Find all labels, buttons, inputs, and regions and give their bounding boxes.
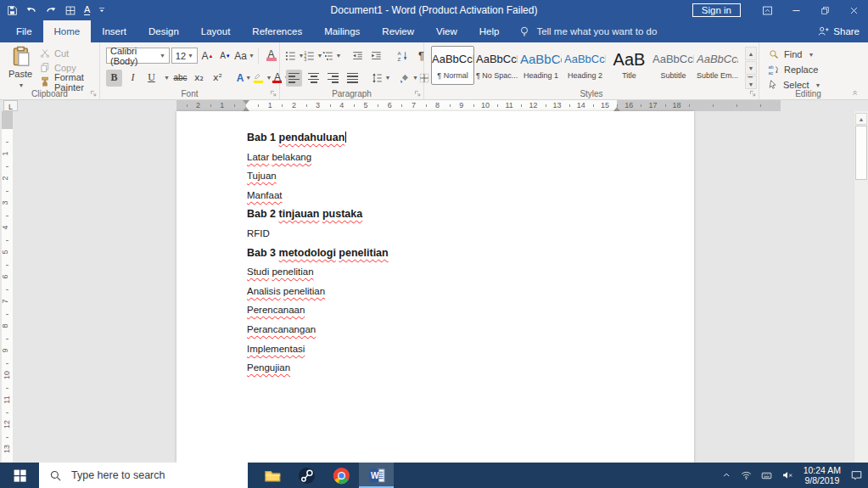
style-subtle-em-[interactable]: AaBbCcDiSubtle Em... <box>696 46 739 85</box>
qat-customize-icon[interactable] <box>98 6 106 14</box>
tab-help[interactable]: Help <box>468 20 511 42</box>
justify-button[interactable] <box>344 70 361 87</box>
style-heading-2[interactable]: AaBbCcDHeading 2 <box>563 46 607 85</box>
sort-button[interactable]: AZ <box>395 48 411 65</box>
underline-dropdown-arrow[interactable]: ▼ <box>164 75 170 81</box>
tell-me-box[interactable]: Tell me what you want to do <box>510 20 657 42</box>
style-title[interactable]: AaBTitle <box>608 46 651 85</box>
tab-review[interactable]: Review <box>371 20 425 42</box>
paragraph[interactable]: RFID <box>247 227 694 247</box>
sign-in-button[interactable]: Sign in <box>692 3 741 17</box>
chevron-up-icon[interactable] <box>722 470 732 480</box>
taskbar-app-steam[interactable] <box>289 463 324 488</box>
search-input[interactable] <box>70 468 226 482</box>
scrollbar-thumb[interactable] <box>855 126 867 180</box>
text-effects-button[interactable]: A▼ <box>236 70 252 87</box>
paragraph[interactable]: Perencanaan <box>247 304 694 323</box>
touch-keyboard-icon[interactable] <box>760 470 773 481</box>
paste-dropdown-arrow[interactable]: ▼ <box>19 82 25 88</box>
numbering-button[interactable]: 123▼ <box>305 48 321 65</box>
tab-design[interactable]: Design <box>137 20 190 42</box>
tab-file[interactable]: File <box>5 20 43 42</box>
cut-button[interactable]: Cut <box>39 46 99 60</box>
vertical-scrollbar[interactable]: ▲ <box>854 111 868 463</box>
italic-button[interactable]: I <box>125 70 141 87</box>
multilevel-list-button[interactable]: ▼ <box>323 48 339 65</box>
styles-dialog-launcher[interactable] <box>749 90 757 98</box>
collapse-ribbon-button[interactable] <box>851 88 861 98</box>
align-left-button[interactable] <box>286 70 302 87</box>
paragraph[interactable]: Bab 1 pendahuluan <box>247 132 694 151</box>
ribbon-display-options-button[interactable] <box>753 0 781 20</box>
styles-scroll-up-button[interactable]: ▲ <box>745 47 757 60</box>
font-size-combo[interactable]: 12▼ <box>171 48 198 64</box>
paragraph[interactable]: Analisis penelitian <box>247 285 694 305</box>
taskbar-app-word[interactable]: W <box>359 463 394 488</box>
styles-gallery-more-button[interactable]: ▔▼ <box>745 76 757 89</box>
paragraph[interactable]: Tujuan <box>247 170 694 189</box>
paragraph[interactable]: Implementasi <box>247 343 694 362</box>
find-button[interactable]: Find▼ <box>759 47 857 62</box>
grow-font-button[interactable]: A▲ <box>199 48 216 65</box>
volume-muted-icon[interactable] <box>781 470 794 481</box>
format-painter-button[interactable]: Format Painter <box>39 75 99 89</box>
paragraph[interactable]: Pengujian <box>247 362 694 381</box>
underline-button[interactable]: U <box>143 70 160 87</box>
paragraph[interactable]: Latar belakang <box>247 151 694 171</box>
tab-insert[interactable]: Insert <box>91 20 137 42</box>
styles-scroll-down-button[interactable]: ▼ <box>745 61 757 75</box>
increase-indent-button[interactable] <box>368 48 384 65</box>
undo-icon[interactable] <box>25 5 37 16</box>
style-heading-1[interactable]: AaBbCcHeading 1 <box>519 46 563 85</box>
paragraph[interactable]: Perancanangan <box>247 323 694 343</box>
tab-references[interactable]: References <box>241 20 313 42</box>
taskbar-app-chrome[interactable] <box>324 463 359 488</box>
font-family-combo[interactable]: Calibri (Body)▼ <box>106 48 170 64</box>
align-center-button[interactable] <box>305 70 322 87</box>
style-subtitle[interactable]: AaBbCcDSubtitle <box>652 46 695 85</box>
font-dialog-launcher[interactable] <box>270 90 277 98</box>
paragraph[interactable]: Bab 3 metodologi penelitian <box>247 247 694 266</box>
tab-view[interactable]: View <box>425 20 468 42</box>
paragraph[interactable]: Manfaat <box>247 189 694 209</box>
restore-button[interactable] <box>810 0 839 20</box>
replace-button[interactable]: abacReplace <box>759 62 857 77</box>
start-button[interactable] <box>0 463 39 488</box>
scroll-up-button[interactable]: ▲ <box>855 113 867 125</box>
superscript-button[interactable]: x² <box>210 70 226 87</box>
highlight-color-button[interactable]: ▼ <box>255 70 271 87</box>
taskbar-app-file-explorer[interactable] <box>255 463 289 488</box>
draw-table-icon[interactable] <box>64 5 76 16</box>
strikethrough-button[interactable]: abc <box>172 70 188 87</box>
decrease-indent-button[interactable] <box>350 48 366 65</box>
hanging-indent-marker[interactable] <box>243 104 249 111</box>
shading-button[interactable]: ▼ <box>400 70 417 87</box>
vertical-ruler[interactable]: 12345678910111213 <box>2 111 13 463</box>
style--normal[interactable]: AaBbCcDc¶ Normal <box>431 46 474 85</box>
taskbar-search[interactable] <box>39 463 248 488</box>
close-button[interactable] <box>839 0 868 20</box>
paragraph[interactable]: Bab 2 tinjauan pustaka <box>247 208 694 227</box>
paragraph[interactable]: Studi penelitian <box>247 266 694 285</box>
line-spacing-button[interactable]: ▼ <box>372 70 389 87</box>
paragraph-dialog-launcher[interactable] <box>414 90 422 98</box>
tab-selector[interactable]: L <box>3 100 18 111</box>
tab-mailings[interactable]: Mailings <box>313 20 371 42</box>
tab-layout[interactable]: Layout <box>190 20 242 42</box>
style--no-spac-[interactable]: AaBbCcDc¶ No Spac... <box>475 46 518 85</box>
underline-qat-icon[interactable]: A <box>84 5 90 15</box>
document-page[interactable]: Bab 1 pendahuluanLatar belakangTujuanMan… <box>176 111 694 463</box>
share-button[interactable]: Share <box>817 20 860 42</box>
save-icon[interactable] <box>7 5 18 16</box>
bullets-button[interactable]: ▼ <box>286 48 302 65</box>
tab-home[interactable]: Home <box>43 20 92 42</box>
clipboard-dialog-launcher[interactable] <box>90 90 98 98</box>
taskbar-clock[interactable]: 10:24 AM 9/8/2019 <box>804 465 841 485</box>
paste-button[interactable]: Paste ▼ <box>3 45 37 96</box>
change-case-button[interactable]: Aa▼ <box>235 48 254 65</box>
horizontal-ruler[interactable]: 12123456789101112131415161718 <box>176 100 781 111</box>
action-center-icon[interactable] <box>850 469 863 481</box>
shrink-font-button[interactable]: A▼ <box>217 48 233 65</box>
align-right-button[interactable] <box>325 70 341 87</box>
redo-icon[interactable] <box>45 5 57 16</box>
